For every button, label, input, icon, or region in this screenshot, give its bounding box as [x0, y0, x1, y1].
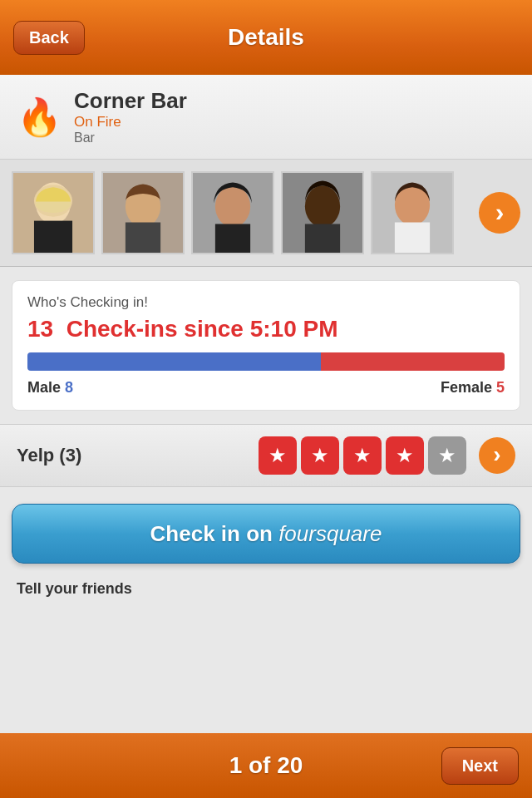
svg-rect-16 — [395, 223, 430, 253]
photo-thumb-1[interactable] — [12, 171, 95, 254]
photos-section — [0, 160, 532, 267]
header-title: Details — [228, 24, 304, 51]
checkin-card: Who's Checking in! 13 Check-ins since 5:… — [12, 280, 520, 411]
gender-bar — [27, 352, 505, 371]
venue-name: Corner Bar — [74, 88, 187, 114]
svg-rect-10 — [215, 224, 250, 253]
checkin-count: 13 — [27, 316, 53, 342]
venue-subtitle: On Fire — [74, 114, 187, 131]
tell-friends-label: Tell your friends — [0, 572, 532, 606]
page-indicator: 1 of 20 — [229, 752, 303, 779]
svg-point-9 — [215, 185, 250, 227]
checkin-section-label: Who's Checking in! — [27, 294, 505, 311]
photos-next-button[interactable] — [479, 192, 520, 234]
venue-type: Bar — [74, 131, 187, 145]
photo-thumb-5[interactable] — [371, 171, 454, 254]
next-button[interactable]: Next — [441, 747, 519, 785]
photo-thumb-2[interactable] — [101, 171, 185, 254]
yelp-section: Yelp (3) ★ ★ ★ ★ ★ — [0, 424, 532, 487]
foursquare-checkin-button[interactable]: Check in on foursquare — [12, 504, 520, 564]
back-button[interactable]: Back — [13, 21, 85, 55]
yelp-star-1: ★ — [259, 436, 297, 475]
yelp-star-2: ★ — [301, 436, 339, 475]
gender-labels: Male 8 Female 5 — [27, 379, 505, 397]
yelp-star-5-half: ★ — [428, 436, 466, 475]
header: Back Details — [0, 0, 532, 75]
yelp-star-3: ★ — [343, 436, 382, 475]
checkin-count-line: 13 Check-ins since 5:10 PM — [27, 316, 505, 342]
yelp-star-4: ★ — [386, 436, 424, 475]
checkin-text: Check-ins since 5:10 PM — [66, 316, 338, 342]
venue-info: Corner Bar On Fire Bar — [74, 88, 187, 145]
svg-rect-7 — [126, 223, 160, 253]
svg-rect-3 — [34, 221, 72, 253]
bottom-bar: 1 of 20 Next — [0, 733, 532, 798]
foursquare-button-text: Check in on foursquare — [150, 521, 382, 547]
svg-rect-13 — [305, 224, 340, 253]
svg-point-12 — [305, 185, 340, 227]
photo-thumb-4[interactable] — [281, 171, 364, 254]
yelp-label: Yelp (3) — [17, 445, 81, 466]
female-bar — [321, 352, 505, 371]
photo-thumb-3[interactable] — [191, 171, 274, 254]
venue-section: 🔥 Corner Bar On Fire Bar — [0, 75, 532, 160]
male-bar — [27, 352, 321, 371]
female-label: Female 5 — [441, 379, 505, 397]
yelp-arrow-button[interactable] — [479, 437, 515, 474]
fire-icon: 🔥 — [17, 96, 62, 139]
male-label: Male 8 — [27, 379, 73, 397]
